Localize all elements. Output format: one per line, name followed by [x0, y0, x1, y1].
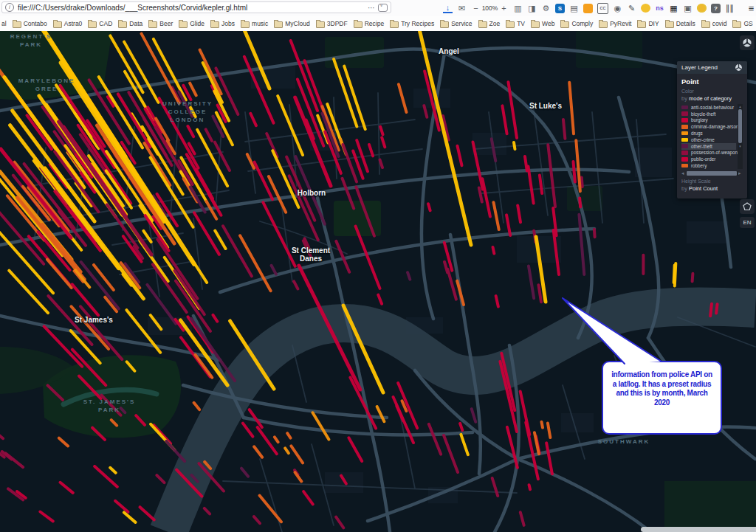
bookmark-item[interactable]: Glide	[179, 20, 205, 28]
hscroll-track[interactable]	[686, 171, 738, 176]
zoom-out-icon[interactable]: −	[471, 4, 481, 13]
legend-pin-icon[interactable]	[735, 63, 743, 72]
legend-category-label: anti-social-behaviour	[691, 105, 734, 110]
bookmark-item[interactable]: music	[241, 20, 268, 28]
legend-horizontal-scrollbar[interactable]: ◂ ▸	[681, 170, 743, 176]
donut-icon	[742, 38, 752, 48]
search-ext-icon[interactable]	[697, 4, 707, 13]
orange-ext-icon[interactable]	[583, 4, 593, 13]
cc-ext-icon[interactable]: CC	[597, 3, 608, 14]
bookmark-item[interactable]: GS	[732, 20, 752, 28]
bookmark-item[interactable]: Try Recipes	[390, 20, 434, 28]
bookmark-label: music	[252, 20, 268, 27]
layer-legend-panel[interactable]: Layer Legend Point Color by mode of cate…	[677, 61, 747, 198]
legend-category[interactable]: other-theft	[681, 143, 736, 150]
scroll-up-icon[interactable]: ▴	[739, 104, 741, 108]
draw-polygon-button[interactable]	[740, 199, 755, 214]
legend-swatch	[681, 125, 688, 129]
legend-category[interactable]: possession-of-weapons	[681, 150, 736, 156]
grid-ext-icon[interactable]: ▦	[669, 4, 678, 13]
sidebar-icon[interactable]: ◨	[527, 4, 537, 13]
eyedropper-ext-icon[interactable]: ✎	[627, 4, 636, 13]
zoom-in-icon[interactable]: +	[499, 4, 509, 13]
bookmark-item[interactable]: al	[1, 20, 7, 27]
screenshot-root: { "browser": { "url": "file:///C:/Users/…	[0, 0, 756, 532]
bookmark-item[interactable]: CAD	[88, 20, 112, 28]
annotation-bubble[interactable]: information from police API ona lat/log.…	[602, 361, 722, 435]
help-ext-icon[interactable]: ?	[711, 4, 721, 13]
bookmark-label: Recipe	[365, 20, 384, 27]
address-bar[interactable]: i file:///C:/Users/drake/Downloads/___Sc…	[1, 1, 391, 13]
legend-category[interactable]: burglary	[681, 117, 736, 124]
legend-category[interactable]: anti-social-behaviour	[681, 104, 736, 111]
zoom-level[interactable]: 100%	[485, 4, 495, 13]
camera-ext-icon[interactable]: ▣	[683, 4, 693, 13]
page-actions-icon[interactable]: ⋯	[368, 4, 375, 12]
legend-category[interactable]: robbery	[681, 162, 736, 169]
legend-swatch	[681, 144, 688, 148]
site-info-icon[interactable]: i	[5, 3, 14, 12]
bottom-strip[interactable]	[641, 527, 756, 532]
bookmark-item[interactable]: Service	[440, 20, 472, 28]
bookmark-item[interactable]: MyCloud	[274, 20, 310, 28]
bookmark-item[interactable]: Details	[665, 20, 695, 28]
legend-category-label: possession-of-weapons	[691, 150, 740, 155]
yellow-ext-icon[interactable]	[641, 4, 650, 13]
scroll-right-icon[interactable]: ▸	[738, 170, 743, 176]
legend-category[interactable]: drugs	[681, 130, 736, 137]
folder-icon	[274, 21, 283, 28]
bookmark-label: GS	[743, 20, 752, 27]
barcode-ext-icon[interactable]: ∥∥	[725, 4, 735, 13]
bookmark-item[interactable]: Web	[531, 20, 554, 28]
sharepoint-ext-icon[interactable]: S	[555, 4, 565, 13]
legend-category[interactable]: public-order	[681, 156, 736, 162]
pocket-icon[interactable]	[378, 4, 388, 12]
scroll-down-icon[interactable]: ▾	[739, 144, 741, 148]
menu-icon[interactable]: ≡	[746, 4, 756, 13]
bookmark-label: MyCloud	[285, 20, 310, 27]
download-icon[interactable]: ↓	[443, 4, 453, 13]
library-icon[interactable]: ▥	[513, 4, 523, 13]
legend-category[interactable]: criminal-damage-arson	[681, 123, 736, 130]
bookmark-label: Comply	[571, 20, 593, 27]
purple-ext-icon[interactable]: ns	[655, 4, 664, 13]
hscroll-thumb[interactable]	[687, 171, 737, 176]
mail-icon[interactable]: ✉	[457, 4, 467, 13]
legend-toggle-button[interactable]	[740, 35, 755, 50]
bookmark-item[interactable]: Zoe	[478, 20, 501, 28]
bookmark-item[interactable]: 3DPDF	[316, 20, 348, 28]
bookmark-item[interactable]: Beer	[148, 20, 173, 28]
folder-icon	[148, 21, 157, 28]
shield-ext-icon[interactable]: ◉	[613, 4, 622, 13]
bookmark-item[interactable]: Contabo	[13, 20, 47, 28]
bookmark-label: CAD	[99, 20, 112, 27]
bookmark-item[interactable]: PyRevit	[599, 20, 631, 28]
legend-category[interactable]: other-crime	[681, 137, 736, 143]
bookmark-item[interactable]: TV	[506, 20, 525, 28]
bookmark-item[interactable]: Jobs	[210, 20, 235, 28]
bookmark-item[interactable]: Data	[118, 20, 142, 28]
bookmark-item[interactable]: Astra0	[53, 20, 83, 28]
folder-icon	[506, 21, 515, 28]
bookmark-label: Service	[451, 20, 472, 27]
legend-category-list: ▴ ▾ anti-social-behaviourbicycle-theftbu…	[681, 104, 743, 169]
notes-ext-icon[interactable]: ▤	[569, 4, 579, 13]
bookmark-label: Contabo	[24, 20, 47, 27]
legend-vertical-scrollbar[interactable]: ▴ ▾	[738, 104, 743, 169]
bookmark-item[interactable]: covid	[701, 20, 727, 28]
legend-height-section: Height Scale	[681, 179, 743, 184]
wrench-icon[interactable]: ⚙	[541, 4, 551, 13]
bookmark-item[interactable]: DIY	[637, 20, 659, 28]
kepler-map[interactable]: REGENT'SPARKMARYLEBONEGREEUNIVERSITYCOLL…	[0, 31, 756, 532]
bookmark-item[interactable]: Comply	[560, 20, 593, 28]
url-text[interactable]: file:///C:/Users/drake/Downloads/___Scre…	[18, 4, 365, 12]
bookmark-label: Details	[676, 20, 695, 27]
basemap	[0, 31, 756, 532]
bookmark-item[interactable]: Recipe	[354, 20, 384, 28]
locale-button[interactable]: EN	[740, 217, 755, 228]
legend-category[interactable]: bicycle-theft	[681, 111, 736, 117]
legend-header[interactable]: Layer Legend	[677, 61, 747, 74]
map-label: SOUTHWARK	[598, 438, 650, 446]
scrollbar-thumb[interactable]	[738, 109, 742, 143]
bookmarks-bar: alContaboAstra0CADDataBeerGlideJobsmusic…	[0, 16, 756, 31]
